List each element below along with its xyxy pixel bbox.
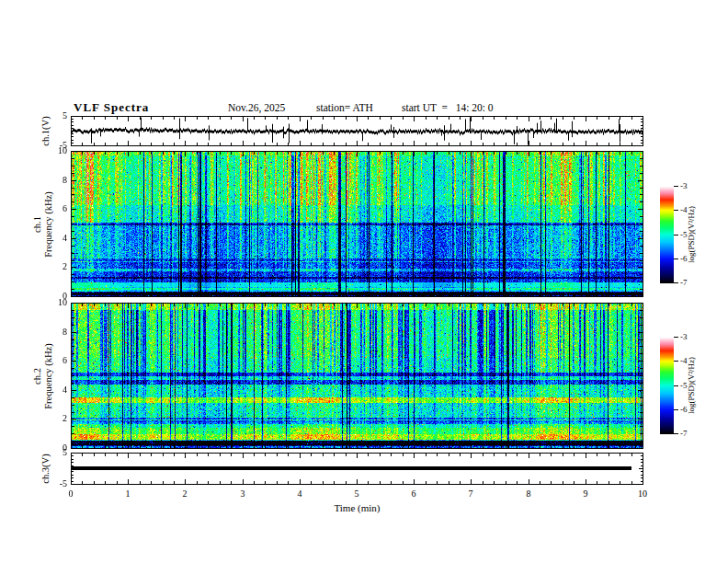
x-tick-label: 0	[59, 488, 83, 499]
y-tick-label-panel2: 4	[30, 233, 67, 243]
colorbar-tick	[674, 433, 678, 434]
colorbar-tick-label: -4	[680, 356, 688, 365]
colorbar-tick	[674, 186, 678, 187]
colorbar-tick	[674, 210, 678, 211]
colorbar-tick-label: -3	[680, 181, 688, 190]
ch2-frequency-axis-label-line1: ch.2	[32, 368, 43, 385]
ch3-waveform-panel	[71, 453, 643, 485]
plot-date: Nov.26, 2025	[228, 102, 285, 113]
colorbar-ch1	[660, 186, 674, 283]
plot-title: VLF Spectra	[74, 100, 149, 115]
y-tick-label-panel2: 2	[30, 261, 67, 271]
colorbar-tick	[674, 259, 678, 259]
y-tick-label-panel4: 5	[30, 447, 67, 457]
ch3-voltage-axis-label: ch.3(V)	[40, 414, 51, 524]
x-tick-label: 8	[517, 488, 540, 499]
x-tick-label: 4	[288, 488, 312, 499]
x-tick-label: 5	[345, 488, 369, 499]
colorbar-tick-label: -7	[680, 429, 688, 438]
colorbar-tick	[674, 337, 678, 338]
start-ut-label: start UT = 14: 20: 0	[402, 102, 494, 113]
y-tick-label-panel3: 8	[30, 327, 67, 337]
colorbar-tick-label: -6	[680, 405, 688, 414]
x-tick-label: 2	[173, 488, 197, 499]
ch2-frequency-axis-label-line2: Frequency (kHz)	[43, 343, 54, 408]
ch2-spectrogram-panel	[71, 303, 643, 449]
y-tick-label-panel1: 5	[30, 110, 67, 121]
y-tick-label-panel2: 6	[30, 203, 67, 213]
ch1-spectrogram-panel	[71, 151, 643, 297]
y-tick-label-panel3: 2	[30, 413, 67, 423]
colorbar-tick	[674, 409, 678, 410]
ch1-frequency-axis-label: ch.1 Frequency (kHz)	[31, 151, 55, 298]
x-tick-label: 7	[459, 488, 483, 499]
y-tick-label-panel2: 8	[30, 175, 67, 185]
colorbar-tick	[674, 282, 678, 283]
x-tick-label: 3	[231, 488, 255, 499]
y-tick-label-panel3: 4	[30, 385, 67, 395]
colorbar-tick-label: -7	[680, 278, 688, 287]
colorbar-tick-label: -6	[680, 254, 688, 263]
y-tick-label-panel3: 6	[30, 355, 67, 365]
colorbar-tick	[674, 361, 678, 362]
vlf-spectra-figure: VLF Spectra Nov.26, 2025 station= ATH st…	[0, 0, 728, 563]
ch1-waveform-panel	[71, 116, 643, 146]
x-tick-label: 10	[631, 488, 654, 499]
colorbar-tick-label: -4	[680, 205, 688, 214]
y-tick-label-panel2: 10	[30, 145, 67, 155]
ch1-frequency-axis-label-line2: Frequency (kHz)	[43, 191, 54, 257]
x-tick-label: 9	[574, 488, 597, 499]
time-axis-label: Time (min)	[311, 502, 404, 513]
y-tick-label-panel4: -5	[30, 478, 67, 488]
y-tick-label-panel3: 10	[30, 297, 67, 307]
colorbar-ch2	[660, 337, 674, 434]
colorbar-ch1-label: log(PSD)(V²/Hz)	[687, 184, 698, 285]
colorbar-tick-label: -3	[680, 332, 688, 341]
x-tick-label: 1	[116, 488, 140, 499]
colorbar-tick-label: -5	[680, 230, 688, 239]
colorbar-tick	[674, 385, 678, 386]
colorbar-ch2-label: log(PSD)(V²/Hz)	[687, 335, 698, 436]
ch1-frequency-axis-label-line1: ch.1	[32, 216, 43, 233]
station-label: station= ATH	[316, 102, 373, 113]
colorbar-tick	[674, 235, 678, 236]
colorbar-tick-label: -5	[680, 381, 688, 390]
x-tick-label: 6	[402, 488, 426, 499]
